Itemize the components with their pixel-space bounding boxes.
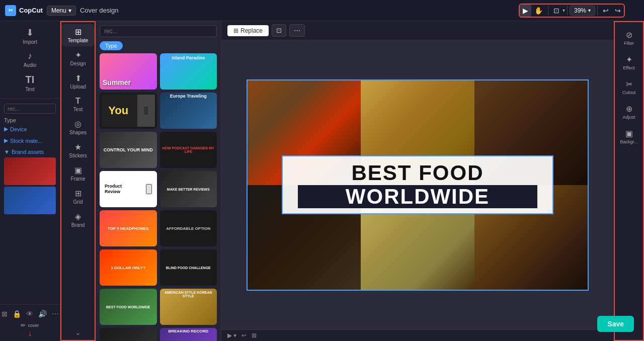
brand-assets-title[interactable]: ▼ Brand assets [4,148,56,156]
template-item-summer[interactable]: Summer [100,53,157,90]
audio-icon: ♪ [28,51,32,61]
text-tool[interactable]: TI Text [0,71,60,95]
cover-section: ✏ cover ↓ [0,321,60,339]
template-item-control[interactable]: CONTROL YOUR MIND [100,132,157,168]
right-tool-effect[interactable]: ✦ Effect [615,51,643,74]
left-panel: ⬇ Import ♪ Audio TI Text Type ▶ Device [0,21,60,341]
template-item-breaking-record[interactable]: BREAKING RECORD [160,328,217,341]
canvas-text-overlay: BEST FOOD WORLDWIDE [248,80,588,290]
template-text-dollar: 1 DOLLAR ONLY? [110,265,146,271]
menu-chevron-icon: ▾ [68,7,71,14]
background-label: Backgr... [620,139,637,144]
template-search-input[interactable] [100,25,217,37]
template-item-product-review[interactable]: ProductReview [100,171,157,207]
sidebar-item-design[interactable]: ✦ Design [61,47,95,69]
zoom-chevron-icon: ▾ [588,8,591,13]
brand-assets-chevron-icon: ▼ [4,149,10,155]
sidebar: ⊞ Template ✦ Design ⬆ Upload T Text ◎ Sh… [60,21,96,341]
brand-assets-label: Brand assets [12,149,44,155]
undo-button[interactable]: ↩ [600,5,612,17]
audio-label: Audio [24,62,37,68]
sidebar-item-brand[interactable]: ◈ Brand [61,209,95,231]
menu-button[interactable]: Menu ▾ [47,6,76,16]
bottom-visibility-icon[interactable]: 👁 [25,309,34,319]
device-chevron-icon: ▶ [4,126,8,132]
pencil-icon[interactable]: ✏ [21,322,26,329]
sidebar-item-grid[interactable]: ⊞ Grid [61,186,95,208]
redo-button[interactable]: ↪ [612,5,624,17]
audio-tool[interactable]: ♪ Audio [0,48,60,71]
fit-screen-button[interactable]: ⊡ [550,5,562,17]
pan-tool-button[interactable]: ✋ [531,5,546,17]
template-item-best-food[interactable]: BEST FOOD WORLDWIDE [100,289,157,325]
template-icon: ⊞ [75,27,82,37]
stock-section: ▶ Stock mate... [4,136,56,145]
type-chip-type[interactable]: Type [100,41,123,50]
stickers-icon: ★ [74,142,82,152]
page-title: Cover design [80,7,119,14]
sidebar-frame-label: Frame [71,176,86,182]
right-tool-cutout[interactable]: ✂ Cutout [615,75,643,99]
right-tool-adjust[interactable]: ⊕ Adjust [615,100,643,124]
canvas-subtitle: WORLDWIDE [298,185,538,208]
bottom-more-icon[interactable]: ⋯ [51,309,60,319]
zoom-display[interactable]: 39% ▾ [570,6,595,16]
sidebar-item-shapes[interactable]: ◎ Shapes [61,116,95,138]
device-section-title[interactable]: ▶ Device [4,125,56,133]
asset-thumb-1[interactable] [4,157,56,185]
stock-chevron-icon: ▶ [4,137,8,144]
template-item-game-recap[interactable]: GAME RECAP [100,328,157,341]
template-item-blind-food[interactable]: BLIND FOOD CHALLENGE [160,249,217,286]
toolbar-divider-3 [597,6,598,16]
fit-chevron-icon[interactable]: ▾ [562,8,565,13]
replace-grid-icon: ⊞ [233,27,238,34]
asset-thumb-2[interactable] [4,187,56,214]
bottom-audio-icon[interactable]: 🔊 [37,309,48,319]
template-item-you[interactable]: You [100,93,157,129]
template-text-better-reviews: MAKE BETTER REVIEWS [165,186,212,193]
canvas-frame[interactable]: BEST FOOD WORLDWIDE [247,79,589,291]
bottom-crop-icon[interactable]: ⊠ [1,309,9,319]
template-item-affordable[interactable]: AFFORDABLE OPTION [160,210,217,246]
canvas-trim-button[interactable]: ⊠ [252,332,257,339]
import-tool[interactable]: ⬇ Import [0,24,60,48]
canvas-area: ⊞ Replace ⊡ ⋯ [221,21,614,341]
crop-button[interactable]: ⊡ [272,24,286,37]
stock-section-title[interactable]: ▶ Stock mate... [4,136,56,145]
template-item-better-reviews[interactable]: MAKE BETTER REVIEWS [160,171,217,207]
template-item-dollar[interactable]: 1 DOLLAR ONLY? [100,249,157,286]
canvas-text-box[interactable]: BEST FOOD WORLDWIDE [282,155,554,214]
sidebar-item-template[interactable]: ⊞ Template [61,24,95,46]
filter-label: Filter [624,41,634,46]
save-button[interactable]: Save [597,316,634,332]
canvas-undo-button[interactable]: ↩ [242,332,247,339]
template-text-island: Island Paradise [160,53,217,62]
sidebar-item-text[interactable]: T Text [61,94,95,115]
bottom-lock-icon[interactable]: 🔒 [12,309,22,319]
sidebar-item-upload[interactable]: ⬆ Upload [61,70,95,93]
text-sidebar-icon: T [75,97,80,106]
right-tool-background[interactable]: ▣ Backgr... [615,125,643,148]
template-grid: Summer Island Paradise You Europe Travel… [96,53,221,341]
stock-label: Stock mate... [10,138,42,144]
sidebar-item-stickers[interactable]: ★ Stickers [61,139,95,161]
template-item-american-korean[interactable]: AMERICAN STYLE KOREAN STYLE [160,289,217,325]
text-icon: TI [26,74,35,86]
sidebar-chevron-down[interactable]: ⌄ [75,328,81,340]
sidebar-item-frame[interactable]: ▣ Frame [61,162,95,185]
effect-label: Effect [623,65,635,70]
arrow-down-red-icon: ↓ [28,329,32,338]
canvas-select-button[interactable]: ▶ ▾ [227,332,236,339]
template-item-podcast[interactable]: HOW PODCAST CHANGED MY LIFE [160,132,217,168]
assets-search-input[interactable] [4,104,56,114]
select-tool-button[interactable]: ▶ [520,5,531,17]
template-item-europe[interactable]: Europe Traveling [160,93,217,129]
right-tool-filter[interactable]: ⊘ Filter [615,26,643,50]
template-text-affordable: AFFORDABLE OPTION [165,225,211,232]
replace-button[interactable]: ⊞ Replace [227,25,269,36]
assets-panel: Type ▶ Device ▶ Stock mate... ▼ Brand as… [0,99,60,304]
template-item-island[interactable]: Island Paradise [160,53,217,90]
template-search-bar [96,21,221,41]
template-item-headphones[interactable]: TOP 5 HEADPHONES [100,210,157,246]
more-options-button[interactable]: ⋯ [289,24,305,37]
